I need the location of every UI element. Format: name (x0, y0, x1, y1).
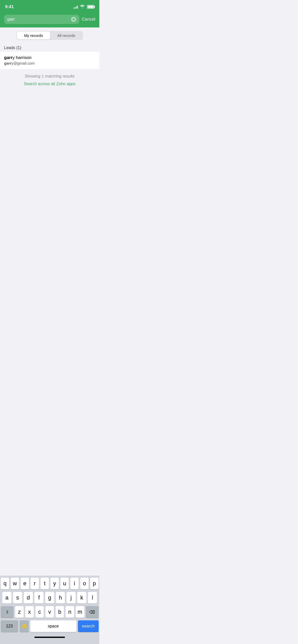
search-query[interactable]: garr (7, 17, 69, 22)
leads-section-header: Leads (1) (0, 43, 99, 52)
result-name: garry harrison (4, 55, 95, 60)
showing-results-text: Showing 1 matching results (0, 69, 99, 81)
result-name-rest: y harrison (12, 55, 32, 60)
lead-result-card[interactable]: garry harrison garry@gmail.com (0, 52, 99, 69)
status-time: 9:41 (5, 4, 14, 9)
clear-button[interactable] (71, 17, 76, 22)
search-all-link[interactable]: Search across all Zoho apps (0, 81, 99, 91)
result-name-bold: garr (4, 55, 12, 60)
result-email-bold: garr (4, 61, 11, 65)
signal-bars-icon (73, 5, 78, 9)
status-bar: 9:41 (0, 0, 99, 13)
wifi-icon (80, 5, 85, 9)
battery-icon (87, 5, 94, 9)
status-icons (73, 5, 94, 9)
segment-wrapper: My records All records (16, 31, 83, 40)
result-email: garry@gmail.com (4, 61, 95, 65)
my-records-tab[interactable]: My records (17, 32, 50, 39)
cancel-button[interactable]: Cancel (82, 17, 95, 22)
search-bar: garr Cancel (0, 13, 99, 27)
all-records-tab[interactable]: All records (50, 32, 83, 39)
result-email-rest: y@gmail.com (11, 61, 35, 65)
segment-control: My records All records (0, 27, 99, 43)
search-input-container[interactable]: garr (4, 15, 79, 24)
